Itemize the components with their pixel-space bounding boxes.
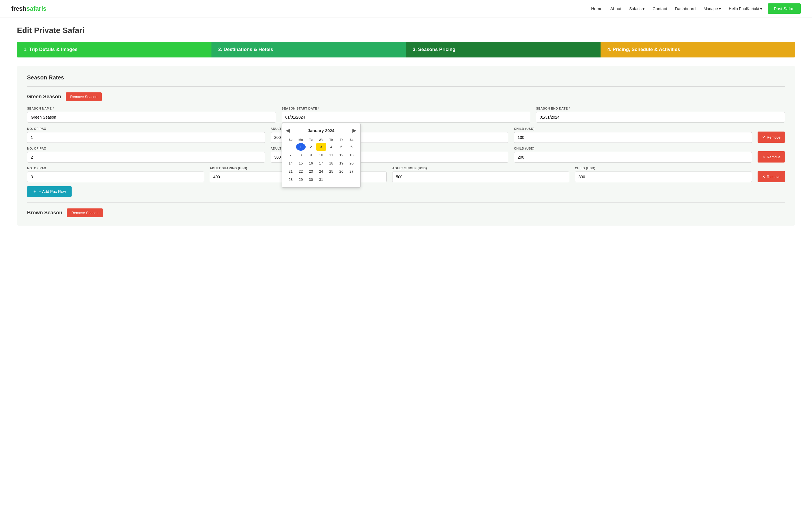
logo-fresh: fresh <box>11 5 27 12</box>
child-input-2[interactable] <box>514 152 752 163</box>
remove-pax-row-3-button[interactable]: ✕ Remove <box>758 171 785 182</box>
adult-single-group-3: ADULT SINGLE (USD) <box>392 166 569 182</box>
cal-day-2[interactable]: 2 <box>306 143 316 151</box>
pax-input-1[interactable] <box>27 132 265 143</box>
calendar-popup: ◀ January 2024 ▶ Su Mo Tu We Th Fr Sa <box>282 123 361 187</box>
brown-season-header: Brown Season Remove Season <box>27 209 785 217</box>
pax-label-2: NO. OF PAX <box>27 147 265 150</box>
cal-day-5[interactable]: 5 <box>337 143 346 151</box>
cal-day-3[interactable]: 3 <box>316 143 326 151</box>
remove-pax-row-2-button[interactable]: ✕ Remove <box>758 151 785 163</box>
nav-home[interactable]: Home <box>591 6 603 11</box>
chevron-down-icon: ▾ <box>719 6 721 11</box>
pax-count-group-1: NO. OF PAX <box>27 127 265 143</box>
child-group-1: CHILD (USD) <box>514 127 752 143</box>
post-safari-button[interactable]: Post Safari <box>768 3 801 14</box>
section-title: Season Rates <box>27 74 785 81</box>
pax-row-3: NO. OF PAX ADULT SHARING (USD) ADULT SIN… <box>27 166 785 182</box>
season-name-group: SEASON NAME * <box>27 107 276 122</box>
chevron-down-icon: ▾ <box>760 6 762 11</box>
start-date-label: SEASON START DATE * <box>282 107 530 110</box>
child-input-1[interactable] <box>514 132 752 143</box>
pax-row-1: NO. OF PAX ADULT SHARING (USD) CHILD (US… <box>27 127 785 143</box>
season-date-row: SEASON NAME * SEASON START DATE * ◀ Janu… <box>27 107 785 122</box>
user-label: Hello PaulKariuki <box>729 6 759 11</box>
child-label-3: CHILD (USD) <box>575 166 752 170</box>
nav-contact[interactable]: Contact <box>652 6 667 11</box>
step-1[interactable]: 1. Trip Details & Images <box>17 42 211 57</box>
cal-prev-icon[interactable]: ◀ <box>286 127 290 133</box>
x-icon: ✕ <box>762 135 765 139</box>
calendar-header: ◀ January 2024 ▶ <box>286 127 356 133</box>
pax-count-group-2: NO. OF PAX <box>27 147 265 163</box>
page-title: Edit Private Safari <box>17 26 795 35</box>
adult-single-input-3[interactable] <box>392 172 569 182</box>
add-pax-row-button[interactable]: ＋ + Add Pax Row <box>27 186 71 197</box>
child-label-2: CHILD (USD) <box>514 147 752 150</box>
remove-pax-row-1-button[interactable]: ✕ Remove <box>758 131 785 143</box>
chevron-down-icon: ▾ <box>643 6 645 11</box>
season-name-label: SEASON NAME * <box>27 107 276 110</box>
end-date-label: SEASON END DATE * <box>536 107 785 110</box>
main-card: Season Rates Green Season Remove Season … <box>17 66 795 226</box>
child-group-2: CHILD (USD) <box>514 147 752 163</box>
season-name-input[interactable] <box>27 112 276 122</box>
pax-input-2[interactable] <box>27 152 265 163</box>
pax-count-group-3: NO. OF PAX <box>27 166 204 182</box>
step-4[interactable]: 4. Pricing, Schedule & Activities <box>601 42 795 57</box>
cal-day-6[interactable]: 6 <box>347 143 356 151</box>
season-start-date-group: SEASON START DATE * ◀ January 2024 ▶ Su … <box>282 107 530 122</box>
cal-day-1[interactable]: 1 <box>296 143 306 151</box>
pax-row-2: NO. OF PAX ADULT SHARING (USD) CHILD (US… <box>27 147 785 163</box>
season-end-date-group: SEASON END DATE * <box>536 107 785 122</box>
nav-safaris[interactable]: Safaris ▾ <box>629 6 645 11</box>
logo: freshsafaris <box>11 5 47 12</box>
remove-brown-season-button[interactable]: Remove Season <box>67 209 103 217</box>
green-season-header: Green Season Remove Season <box>27 93 785 101</box>
cal-next-icon[interactable]: ▶ <box>352 127 356 133</box>
adult-single-label-3: ADULT SINGLE (USD) <box>392 166 569 170</box>
nav-links: Home About Safaris ▾ Contact Dashboard M… <box>591 6 762 11</box>
pax-label-1: NO. OF PAX <box>27 127 265 130</box>
plus-icon: ＋ <box>33 189 37 194</box>
nav-dashboard[interactable]: Dashboard <box>675 6 696 11</box>
pax-label-3: NO. OF PAX <box>27 166 204 170</box>
calendar-month-title: January 2024 <box>308 128 335 133</box>
logo-safaris: safaris <box>27 5 47 12</box>
calendar-grid: Su Mo Tu We Th Fr Sa 1 2 3 4 5 <box>286 137 356 183</box>
remove-green-season-button[interactable]: Remove Season <box>66 93 102 101</box>
x-icon: ✕ <box>762 175 765 179</box>
steps-bar: 1. Trip Details & Images 2. Destinations… <box>17 42 795 57</box>
child-label-1: CHILD (USD) <box>514 127 752 130</box>
green-season-name: Green Season <box>27 94 61 100</box>
pax-input-3[interactable] <box>27 172 204 182</box>
start-date-input[interactable] <box>282 112 530 122</box>
x-icon: ✕ <box>762 155 765 159</box>
nav-user[interactable]: Hello PaulKariuki ▾ <box>729 6 762 11</box>
step-2[interactable]: 2. Destinations & Hotels <box>211 42 406 57</box>
nav-manage[interactable]: Manage ▾ <box>703 6 721 11</box>
nav-about[interactable]: About <box>610 6 621 11</box>
child-input-3[interactable] <box>575 172 752 182</box>
brown-season-name: Brown Season <box>27 210 62 216</box>
navbar: freshsafaris Home About Safaris ▾ Contac… <box>0 0 812 17</box>
child-group-3: CHILD (USD) <box>575 166 752 182</box>
step-3[interactable]: 3. Seasons Pricing <box>406 42 601 57</box>
cal-day-4[interactable]: 4 <box>326 143 336 151</box>
end-date-input[interactable] <box>536 112 785 122</box>
